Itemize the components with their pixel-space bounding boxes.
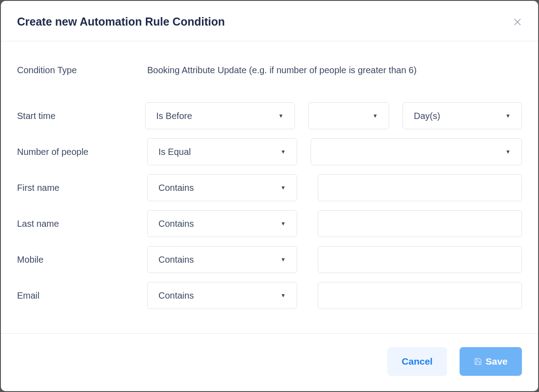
first-name-operator-value: Contains [158, 183, 277, 193]
number-of-people-value-dropdown[interactable]: ▼ [311, 138, 522, 165]
modal-body: Condition Type Booking Attribute Update … [1, 41, 538, 333]
last-name-row: Last name Contains ▼ [17, 210, 522, 237]
create-automation-rule-condition-modal: Create new Automation Rule Condition Con… [1, 1, 538, 391]
first-name-input[interactable] [318, 174, 522, 201]
mobile-operator-dropdown[interactable]: Contains ▼ [147, 246, 297, 273]
mobile-label: Mobile [17, 255, 147, 265]
chevron-down-icon: ▼ [280, 185, 286, 191]
last-name-label: Last name [17, 219, 147, 229]
first-name-label: First name [17, 183, 147, 193]
start-time-operator-value: Is Before [156, 111, 275, 121]
cancel-button-label: Cancel [402, 356, 433, 367]
number-of-people-operator-dropdown[interactable]: Is Equal ▼ [147, 138, 297, 165]
email-operator-value: Contains [158, 291, 277, 301]
email-input[interactable] [318, 282, 522, 309]
mobile-row: Mobile Contains ▼ [17, 246, 522, 273]
number-of-people-operator-value: Is Equal [158, 147, 277, 157]
start-time-unit-value: Day(s) [414, 111, 502, 121]
start-time-operator-dropdown[interactable]: Is Before ▼ [145, 102, 295, 129]
number-of-people-row: Number of people Is Equal ▼ ▼ [17, 138, 522, 165]
last-name-operator-dropdown[interactable]: Contains ▼ [147, 210, 297, 237]
start-time-unit-dropdown[interactable]: Day(s) ▼ [403, 102, 522, 129]
start-time-row: Start time Is Before ▼ ▼ Day(s) ▼ [17, 102, 522, 129]
mobile-input[interactable] [318, 246, 522, 273]
last-name-input[interactable] [318, 210, 522, 237]
last-name-operator-value: Contains [158, 219, 277, 229]
save-icon [474, 357, 482, 366]
modal-header: Create new Automation Rule Condition [1, 1, 538, 41]
save-button[interactable]: Save [460, 347, 522, 376]
start-time-amount-dropdown[interactable]: ▼ [308, 102, 389, 129]
condition-type-value: Booking Attribute Update (e.g. if number… [147, 64, 416, 76]
chevron-down-icon: ▼ [505, 149, 511, 155]
chevron-down-icon: ▼ [280, 149, 286, 155]
email-operator-dropdown[interactable]: Contains ▼ [147, 282, 297, 309]
modal-title: Create new Automation Rule Condition [17, 15, 225, 28]
chevron-down-icon: ▼ [280, 256, 286, 263]
chevron-down-icon: ▼ [372, 113, 378, 119]
email-label: Email [17, 291, 147, 301]
chevron-down-icon: ▼ [505, 113, 511, 119]
modal-footer: Cancel Save [1, 333, 538, 391]
close-icon[interactable] [513, 18, 522, 26]
number-of-people-label: Number of people [17, 147, 147, 157]
email-row: Email Contains ▼ [17, 282, 522, 309]
chevron-down-icon: ▼ [280, 292, 286, 299]
save-button-label: Save [486, 356, 508, 367]
first-name-row: First name Contains ▼ [17, 174, 522, 201]
chevron-down-icon: ▼ [278, 113, 284, 119]
mobile-operator-value: Contains [158, 255, 277, 265]
condition-type-row: Condition Type Booking Attribute Update … [17, 64, 522, 76]
start-time-label: Start time [17, 111, 145, 121]
first-name-operator-dropdown[interactable]: Contains ▼ [147, 174, 297, 201]
cancel-button[interactable]: Cancel [387, 347, 447, 376]
chevron-down-icon: ▼ [280, 220, 286, 227]
condition-type-label: Condition Type [17, 65, 147, 75]
